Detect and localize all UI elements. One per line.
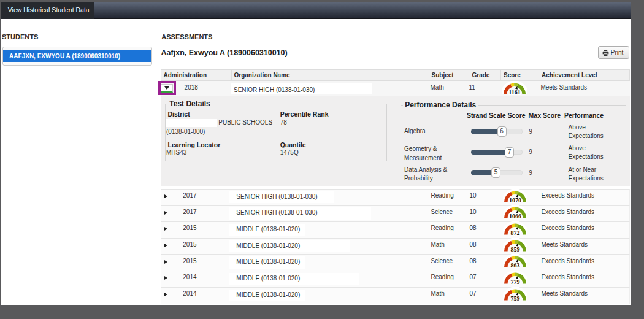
svg-text:872: 872 — [510, 229, 519, 236]
svg-text:759: 759 — [510, 295, 519, 301]
svg-text:1070: 1070 — [509, 196, 521, 202]
svg-text:859: 859 — [510, 245, 519, 252]
svg-text:1066: 1066 — [509, 213, 521, 219]
svg-text:1161: 1161 — [508, 89, 520, 95]
svg-text:863: 863 — [510, 262, 519, 268]
svg-text:779: 779 — [510, 279, 519, 285]
